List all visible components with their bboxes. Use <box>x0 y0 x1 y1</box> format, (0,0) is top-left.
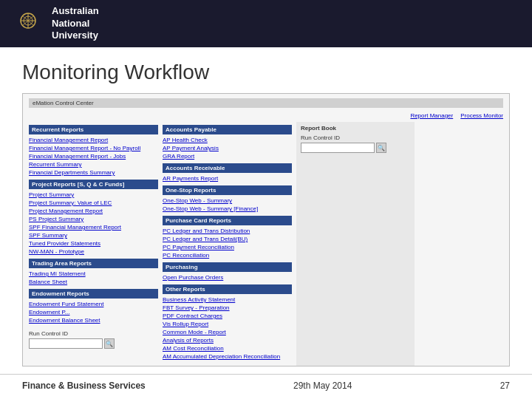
pc-payment-recon-link[interactable]: PC Payment Reconciliation <box>163 243 292 251</box>
ar-payments-link[interactable]: AR Payments Report <box>163 174 292 183</box>
one-stop-header: One-Stop Reports <box>163 185 292 195</box>
one-stop-web-summary-link[interactable]: One-Stop Web - Summary <box>163 197 292 205</box>
left-column: Recurrent Reports Financial Management R… <box>29 122 158 366</box>
right-column: Report Book Run Control ID 🔍 <box>296 122 415 366</box>
footer-center: 29th May 2014 <box>293 381 352 391</box>
nw-man-prototype-link[interactable]: NW-MAN - Prototype <box>29 248 158 256</box>
pc-ledger-dist-link[interactable]: PC Ledger and Trans Distribution <box>163 227 292 235</box>
accounts-receivable-header: Accounts Receivable <box>163 163 292 173</box>
run-control-input-group-right: 🔍 <box>301 143 410 153</box>
vis-rollup-link[interactable]: Vis Rollup Report <box>163 320 292 328</box>
run-control-input-right[interactable] <box>301 143 375 153</box>
header-title: Australian National University <box>52 5 99 43</box>
balance-sheet-link[interactable]: Balance Sheet <box>29 278 158 286</box>
panel-title-bar: eMation Control Center <box>29 98 503 108</box>
trading-area-header: Trading Area Reports <box>29 259 158 268</box>
anu-logo <box>12 7 44 40</box>
recurrent-summary-link[interactable]: Recurrent Summary <box>29 160 158 168</box>
fin-mgmt-no-payroll-link[interactable]: Financial Management Report - No Payroll <box>29 144 158 152</box>
content-panel: eMation Control Center Report Manager Pr… <box>22 93 510 366</box>
open-po-link[interactable]: Open Purchase Orders <box>163 273 292 282</box>
search-icon-left[interactable]: 🔍 <box>104 338 115 349</box>
ap-health-link[interactable]: AP Health Check <box>163 136 292 144</box>
project-reports-header: Project Reports [S, Q & C Funds] <box>29 180 158 189</box>
run-control-input-left[interactable] <box>29 338 103 349</box>
header: Australian National University <box>0 0 532 47</box>
panel-columns: Recurrent Reports Financial Management R… <box>29 122 503 366</box>
run-control-input-group-left: 🔍 <box>29 338 158 349</box>
other-reports-header: Other Reports <box>163 284 292 294</box>
trading-mi-link[interactable]: Trading MI Statement <box>29 270 158 278</box>
spf-summary-link[interactable]: SPF Summary <box>29 231 158 239</box>
ps-project-summary-link[interactable]: PS Project Summary <box>29 215 158 223</box>
left-run-control: Run Control ID 🔍 <box>29 330 158 349</box>
footer-left: Finance & Business Services <box>22 381 146 391</box>
page-title: Monitoring Workflow <box>22 61 510 84</box>
fin-mgmt-report-link[interactable]: Financial Management Report <box>29 136 158 144</box>
footer-right: 27 <box>500 381 510 391</box>
purchase-card-header: Purchase Card Reports <box>163 216 292 225</box>
process-monitor-link[interactable]: Process Monitor <box>460 112 503 119</box>
ap-payment-link[interactable]: AP Payment Analysis <box>163 144 292 152</box>
project-summary-lec-link[interactable]: Project Summary: Value of LEC <box>29 199 158 207</box>
common-mode-link[interactable]: Common Mode - Report <box>163 328 292 336</box>
search-icon-right[interactable]: 🔍 <box>376 143 386 153</box>
spf-fin-mgmt-link[interactable]: SPF Financial Management Report <box>29 223 158 231</box>
endowment-header: Endowment Reports <box>29 289 158 299</box>
one-stop-web-finance-link[interactable]: One-Stop Web - Summary [Finance] <box>163 205 292 213</box>
pdf-contract-link[interactable]: PDF Contract Charges <box>163 312 292 320</box>
panel-nav: Report Manager Process Monitor <box>29 112 503 119</box>
fin-depts-summary-link[interactable]: Financial Departments Summary <box>29 168 158 177</box>
am-accum-depr-link[interactable]: AM Accumulated Depreciation Reconciliati… <box>163 352 292 361</box>
endowment-balance-link[interactable]: Endowment Balance Sheet <box>29 316 158 324</box>
middle-column: Accounts Payable AP Health Check AP Paym… <box>163 122 292 366</box>
pc-ledger-bu-link[interactable]: PC Ledger and Trans Detail(BU) <box>163 235 292 243</box>
project-summary-link[interactable]: Project Summary <box>29 191 158 199</box>
pc-recon-link[interactable]: PC Reconciliation <box>163 251 292 259</box>
gra-report-link[interactable]: GRA Report <box>163 152 292 160</box>
fin-mgmt-jobs-link[interactable]: Financial Management Report - Jobs <box>29 152 158 160</box>
fbt-survey-link[interactable]: FBT Survey - Preparation <box>163 304 292 312</box>
main-content: Monitoring Workflow eMation Control Cent… <box>0 47 532 374</box>
report-book-label: Report Book <box>301 125 410 132</box>
run-control-label-right: Run Control ID <box>301 134 410 141</box>
am-cost-recon-link[interactable]: AM Cost Reconciliation <box>163 344 292 352</box>
purchasing-header: Purchasing <box>163 262 292 272</box>
endowment-p-link[interactable]: Endowment P... <box>29 308 158 316</box>
project-mgmt-report-link[interactable]: Project Management Report <box>29 207 158 215</box>
run-control-label-left: Run Control ID <box>29 330 158 337</box>
analysis-reports-link[interactable]: Analysis of Reports <box>163 336 292 344</box>
tuned-provider-link[interactable]: Tuned Provider Statements <box>29 239 158 248</box>
report-manager-link[interactable]: Report Manager <box>410 112 453 119</box>
accounts-payable-header: Accounts Payable <box>163 125 292 134</box>
endowment-fund-link[interactable]: Endowment Fund Statement <box>29 300 158 308</box>
bas-link[interactable]: Business Activity Statement <box>163 296 292 304</box>
logo-area: Australian National University <box>12 5 99 43</box>
recurrent-reports-header: Recurrent Reports <box>29 125 158 134</box>
footer: Finance & Business Services 29th May 201… <box>0 374 532 397</box>
